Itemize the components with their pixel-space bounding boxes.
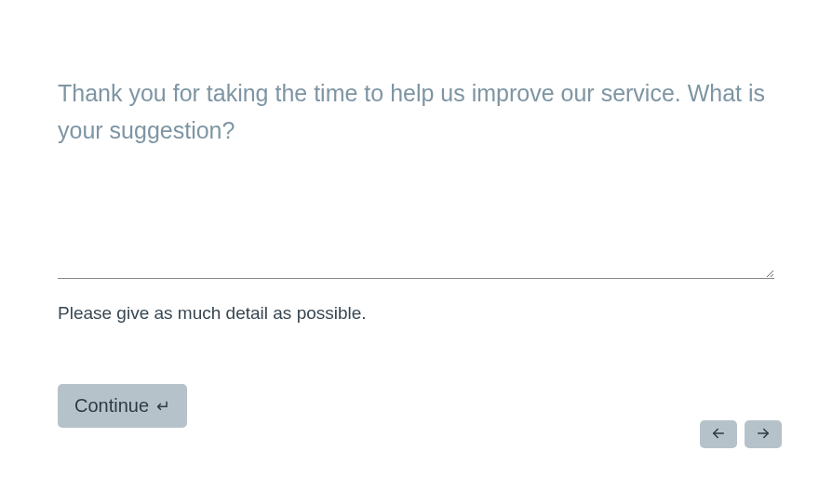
next-button[interactable] xyxy=(745,420,782,448)
previous-button[interactable] xyxy=(700,420,737,448)
helper-text: Please give as much detail as possible. xyxy=(58,303,774,324)
suggestion-field-wrap xyxy=(58,186,774,283)
arrow-left-icon xyxy=(710,425,727,444)
nav-buttons xyxy=(700,420,782,448)
arrow-right-icon xyxy=(755,425,772,444)
continue-button-label: Continue xyxy=(74,395,149,417)
continue-button[interactable]: Continue ↵ xyxy=(58,384,187,428)
suggestion-input[interactable] xyxy=(58,186,774,279)
question-prompt: Thank you for taking the time to help us… xyxy=(58,74,774,149)
enter-key-icon: ↵ xyxy=(156,398,170,415)
